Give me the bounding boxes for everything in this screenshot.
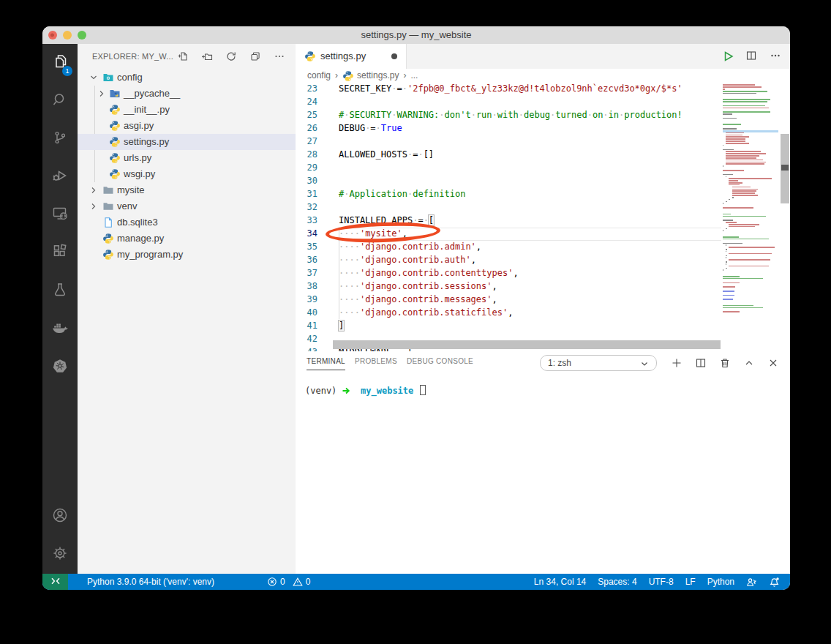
tree-item-settings-py[interactable]: settings.py <box>78 134 296 150</box>
code-line-28: 28ALLOWED_HOSTS·=·[] <box>296 148 790 161</box>
breadcrumb-item[interactable]: settings.py <box>357 70 399 80</box>
tree-item-mysite[interactable]: mysite <box>78 182 296 198</box>
tab-settings-py[interactable]: settings.py <box>296 44 407 69</box>
error-icon <box>267 577 277 587</box>
activity-item-explorer[interactable]: 1 <box>42 44 78 82</box>
python-icon <box>109 168 121 180</box>
chevron-right-icon <box>88 184 99 196</box>
tree-item-label: config <box>117 72 143 83</box>
breadcrumb-item[interactable]: config <box>307 70 331 80</box>
status-eol[interactable]: LF <box>685 577 696 587</box>
python-file-icon <box>304 50 316 62</box>
activity-bar: 1 <box>42 44 78 574</box>
activity-item-kubernetes[interactable] <box>42 348 78 386</box>
kubernetes-icon <box>51 357 69 378</box>
split-terminal-button[interactable] <box>695 357 707 369</box>
line-number: 27 <box>296 135 317 148</box>
collapse-editors-icon[interactable] <box>249 50 261 62</box>
terminal-select-value: 1: zsh <box>548 358 571 368</box>
code-line-31: 31#·Application·definition <box>296 187 790 201</box>
code-line-32: 32 <box>296 201 790 214</box>
line-text: ALLOWED_HOSTS·=·[] <box>339 148 434 161</box>
code-line-40: 40····'django.contrib.staticfiles', <box>296 306 790 319</box>
activity-item-settings[interactable] <box>42 536 78 574</box>
line-number: 41 <box>296 319 317 332</box>
python-icon <box>102 249 114 261</box>
more-icon[interactable] <box>274 50 285 62</box>
terminal-select[interactable]: 1: zsh <box>540 355 657 371</box>
tree-item-my-program-py[interactable]: my_program.py <box>78 247 296 263</box>
status-encoding[interactable]: UTF-8 <box>649 577 674 587</box>
status-language-mode[interactable]: Python <box>707 577 734 587</box>
split-editor-button[interactable] <box>745 50 759 63</box>
vertical-scrollbar <box>780 44 790 354</box>
maximize-panel-button[interactable] <box>743 357 755 369</box>
modified-dot-icon[interactable] <box>391 53 397 59</box>
panel-tab-debug-console[interactable]: DEBUG CONSOLE <box>407 357 473 370</box>
python-icon <box>109 120 121 132</box>
tree-item-label: settings.py <box>124 136 169 148</box>
activity-item-run-debug[interactable] <box>42 158 78 196</box>
line-number: 26 <box>296 121 317 135</box>
panel-tab-terminal[interactable]: TERMINAL <box>307 357 345 370</box>
new-file-icon[interactable] <box>177 50 189 62</box>
explorer-sidebar: EXPLORER: MY_W... config__pycache____ini… <box>78 44 296 574</box>
line-text: #·Application·definition <box>339 187 465 201</box>
python-file-icon <box>342 70 353 80</box>
code-line-29: 29 <box>296 161 790 174</box>
status-cursor-position[interactable]: Ln 34, Col 14 <box>534 577 586 587</box>
close-panel-button[interactable] <box>767 357 779 369</box>
activity-item-search[interactable] <box>42 82 78 120</box>
chevron-down-icon <box>88 72 99 83</box>
python-interpreter[interactable]: Python 3.9.0 64-bit ('venv': venv) <box>87 574 214 590</box>
new-terminal-button[interactable] <box>671 357 683 369</box>
run-button[interactable] <box>721 50 734 63</box>
line-number: 38 <box>296 280 317 293</box>
code-line-37: 37····'django.contrib.contenttypes', <box>296 266 790 280</box>
tree-item-venv[interactable]: venv <box>78 198 296 214</box>
activity-item-remote-explorer[interactable] <box>42 196 78 234</box>
minimap[interactable] <box>723 84 778 355</box>
problems-status[interactable]: 00 <box>267 574 310 590</box>
tree-item-manage-py[interactable]: manage.py <box>78 231 296 247</box>
code-editor[interactable]: 23SECRET_KEY·=·'2fpb@0_fbct&_ylz33kz@d!t… <box>296 82 790 351</box>
activity-item-testing[interactable] <box>42 272 78 310</box>
status-indentation[interactable]: Spaces: 4 <box>598 577 636 587</box>
tree-item-urls-py[interactable]: urls.py <box>78 150 296 166</box>
docker-icon <box>51 319 69 340</box>
tree-item-asgi-py[interactable]: asgi.py <box>78 118 296 134</box>
kill-terminal-button[interactable] <box>719 357 731 369</box>
feedback-icon[interactable] <box>746 577 757 588</box>
activity-item-source-control[interactable] <box>42 120 78 158</box>
minimap-current-line <box>723 130 778 132</box>
panel-tab-problems[interactable]: PROBLEMS <box>355 357 397 370</box>
terminal-prompt[interactable]: (venv) my_website <box>305 385 426 408</box>
terminal-panel: TERMINALPROBLEMSDEBUG CONSOLE 1: zsh (ve… <box>296 351 790 574</box>
remote-indicator[interactable] <box>42 574 68 590</box>
remote-explorer-icon <box>51 205 69 225</box>
zoom-button[interactable] <box>78 31 86 40</box>
breadcrumb-item[interactable]: ... <box>410 70 418 80</box>
refresh-icon[interactable] <box>225 50 237 62</box>
tree-item--init-py[interactable]: __init__.py <box>78 102 296 118</box>
bell-icon[interactable] <box>769 577 780 588</box>
activity-item-docker[interactable] <box>42 310 78 348</box>
minimize-button[interactable] <box>63 31 72 40</box>
remote-icon <box>50 575 61 589</box>
activity-item-extensions[interactable] <box>42 234 78 272</box>
tree-item-wsgi-py[interactable]: wsgi.py <box>78 166 296 182</box>
horizontal-scrollbar-thumb[interactable] <box>333 340 721 349</box>
tab-bar: settings.py <box>296 44 790 69</box>
tree-item--pycache-[interactable]: __pycache__ <box>78 86 296 102</box>
account-icon <box>51 506 69 527</box>
editor-area: settings.py config›settings.py›... 23SEC… <box>296 44 790 574</box>
line-text: ····'django.contrib.staticfiles', <box>339 306 513 319</box>
folder-icon <box>102 201 114 212</box>
close-button[interactable] <box>48 31 57 40</box>
line-number: 31 <box>296 187 317 201</box>
tree-item-db-sqlite3[interactable]: db.sqlite3 <box>78 214 296 231</box>
new-folder-icon[interactable] <box>201 50 213 62</box>
activity-item-account[interactable] <box>42 498 78 536</box>
window-title: settings.py — my_website <box>42 26 790 44</box>
tree-item-config[interactable]: config <box>78 70 296 86</box>
